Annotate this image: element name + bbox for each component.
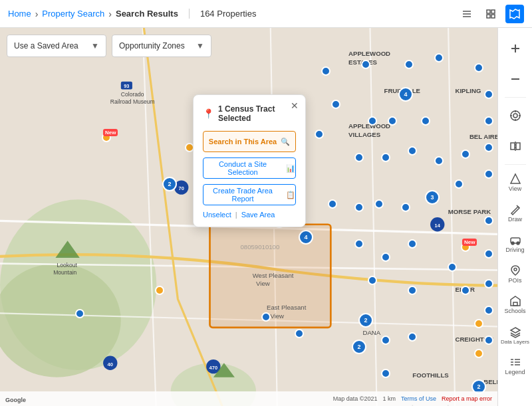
map-pin[interactable] [261,312,271,322]
report-map-error-link[interactable]: Report a map error [442,395,492,402]
zone-select[interactable]: Opportunity Zones ▼ [112,35,211,57]
pois-icon [509,264,521,276]
map-pin[interactable] [331,100,340,109]
map-pin[interactable] [434,156,444,165]
map-pin[interactable] [484,216,493,225]
map-pin[interactable] [381,253,390,262]
breadcrumb-property-search[interactable]: Property Search [42,9,104,19]
map-pin[interactable] [75,309,84,318]
pois-button[interactable]: POIs [501,260,530,289]
map-pin[interactable] [484,336,493,345]
map-pin[interactable]: 2 [352,340,366,354]
map-pin[interactable] [388,116,397,126]
data-layers-label: Data Layers [501,340,529,346]
zone-select-arrow: ▼ [196,41,204,51]
zone-select-label: Opportunity Zones [119,41,185,51]
zoom-out-button[interactable] [501,64,530,94]
legend-icon [509,356,521,368]
view-button[interactable]: View [501,168,530,197]
map-pin[interactable] [354,203,364,212]
map-pin[interactable] [484,169,493,179]
google-logo: Google [5,397,26,403]
map-pin[interactable] [404,60,414,69]
map-pin[interactable] [354,153,364,162]
map-pin[interactable] [474,63,483,72]
map-pin[interactable] [434,53,444,62]
save-area-link[interactable]: Save Area [241,211,275,219]
locate-button[interactable] [501,101,530,130]
site-selection-button[interactable]: Conduct a Site Selection 📊 [203,157,296,179]
map-pin[interactable] [408,239,417,249]
svg-rect-6 [491,15,495,18]
svg-text:West Pleasant: West Pleasant [253,272,294,279]
zoom-in-button[interactable] [501,34,530,63]
map-pin[interactable] [461,150,470,159]
compare-button[interactable] [501,132,530,161]
list-view-button[interactable] [458,5,476,23]
map-pin[interactable] [155,286,164,295]
map-view-button[interactable] [505,5,524,23]
area-select-arrow: ▼ [91,41,99,51]
map-pin[interactable] [381,153,390,162]
map-container[interactable]: 70 40 470 14 93 08059010100 APPLEWOOD ES… [0,28,532,406]
map-pin[interactable] [421,116,430,126]
map-pin[interactable] [368,116,377,126]
chart-icon: 📊 [286,164,295,173]
map-pin[interactable]: 4 [398,87,413,102]
breadcrumb-search-results: Search Results [116,9,178,19]
terms-of-use-link[interactable]: Terms of Use [401,395,436,402]
search-in-area-button[interactable]: Search in This Area 🔍 [203,131,296,152]
map-pin[interactable] [461,286,470,295]
schools-button[interactable]: Schools [501,290,530,320]
svg-text:470: 470 [209,365,217,371]
popup-link-separator: | [235,211,237,219]
map-pin[interactable] [381,369,390,378]
unselect-link[interactable]: Unselect [203,211,231,219]
map-pin[interactable] [484,116,493,126]
map-pin[interactable] [484,143,493,152]
map-pin[interactable] [484,306,493,315]
view-label: View [509,186,521,193]
map-pin[interactable] [321,66,331,76]
map-pin[interactable] [454,179,464,189]
map-pin[interactable]: New [102,133,111,142]
map-pin[interactable]: 2 [162,177,177,191]
legend-button[interactable]: Legend [501,352,530,381]
svg-marker-77 [511,296,520,306]
map-pin[interactable] [408,146,417,155]
svg-point-76 [514,268,517,271]
map-pin[interactable] [368,276,377,285]
breadcrumb-home[interactable]: Home [8,9,31,19]
map-pin[interactable]: 2 [358,313,373,328]
map-pin[interactable] [354,239,364,249]
map-pin[interactable] [408,286,417,295]
map-pin[interactable] [474,349,483,358]
svg-rect-68 [511,143,515,150]
map-pin[interactable] [381,336,390,345]
svg-text:DANA: DANA [362,329,380,336]
grid-view-button[interactable] [481,5,500,23]
map-pin[interactable]: 4 [299,230,313,245]
map-pin[interactable] [295,329,304,338]
map-pin[interactable] [361,60,370,69]
area-select[interactable]: Use a Saved Area ▼ [7,35,106,57]
data-layers-button[interactable]: Data Layers [501,321,530,350]
popup-close-button[interactable]: ✕ [291,100,299,111]
map-pin[interactable] [448,262,457,272]
draw-button[interactable]: Draw [501,199,530,228]
trade-area-button[interactable]: Create Trade Area Report 📋 [203,184,296,205]
map-pin[interactable]: 3 [425,190,440,205]
map-pin[interactable] [474,319,483,328]
map-pin[interactable] [408,332,417,342]
map-pin[interactable] [328,199,337,209]
svg-text:View: View [256,280,270,287]
map-pin[interactable] [484,279,493,288]
sidebar-divider-2 [505,164,526,165]
map-pin[interactable] [374,199,384,209]
map-pin[interactable] [484,90,493,99]
map-pin[interactable] [484,249,493,258]
driving-button[interactable]: Driving [501,229,530,258]
map-pin[interactable] [315,130,324,139]
map-pin[interactable] [401,203,410,212]
map-pin[interactable]: New [461,243,470,252]
